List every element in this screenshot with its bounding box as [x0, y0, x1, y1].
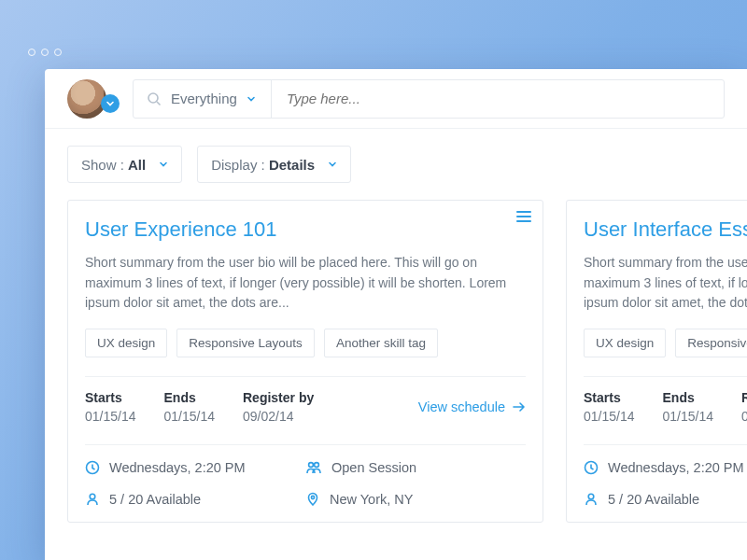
skill-tag[interactable]: UX design	[584, 329, 666, 357]
course-summary: Short summary from the user bio will be …	[584, 253, 747, 314]
schedule-text: Wednesdays, 2:20 PM	[109, 460, 246, 475]
ends-label: Ends	[663, 390, 714, 405]
tags-row: UX design Responsive Layouts Another ski…	[85, 329, 526, 357]
group-icon	[305, 460, 322, 475]
avatar	[67, 79, 106, 119]
chevron-down-icon	[101, 94, 120, 113]
divider	[85, 444, 526, 445]
starts-value: 01/15/14	[584, 409, 635, 424]
chevron-down-icon	[328, 160, 337, 169]
search-scope-select[interactable]: Everything	[134, 80, 272, 118]
pin-icon	[305, 492, 320, 507]
svg-point-0	[148, 93, 158, 103]
ends-value: 01/15/14	[164, 409, 216, 424]
ends-value: 01/15/14	[663, 409, 714, 424]
starts-label: Starts	[85, 390, 136, 405]
register-label: Reg	[741, 390, 747, 405]
course-card: User Interface Esse Short summary from t…	[566, 200, 747, 523]
course-title[interactable]: User Experience 101	[85, 217, 526, 242]
schedule-meta: Wednesdays, 2:20 PM	[584, 460, 747, 475]
user-menu[interactable]	[67, 79, 106, 119]
show-filter-label: Show :	[81, 157, 128, 173]
search-bar: Everything	[133, 79, 725, 119]
divider	[584, 376, 747, 377]
ends-label: Ends	[164, 390, 216, 405]
location-text: New York, NY	[330, 492, 413, 507]
session-meta: Open Session	[305, 460, 526, 475]
starts-label: Starts	[584, 390, 635, 405]
display-filter-label: Display :	[211, 157, 269, 173]
register-label: Register by	[243, 390, 314, 405]
chevron-down-icon	[247, 94, 256, 104]
svg-point-7	[588, 494, 594, 499]
topbar: Everything	[45, 69, 747, 129]
availability-meta: 5 / 20 Available	[584, 492, 747, 507]
clock-icon	[85, 460, 100, 475]
arrow-right-icon	[513, 402, 526, 412]
dates: Starts 01/15/14 Ends 01/15/14 Register b…	[85, 390, 314, 424]
skill-tag[interactable]: Another skill tag	[324, 329, 438, 357]
svg-point-2	[309, 463, 314, 468]
show-filter[interactable]: Show : All	[67, 146, 182, 183]
cards-row: User Experience 101 Short summary from t…	[45, 183, 747, 523]
course-card: User Experience 101 Short summary from t…	[67, 200, 543, 523]
course-title[interactable]: User Interface Esse	[584, 217, 747, 242]
user-icon	[85, 492, 100, 507]
course-summary: Short summary from the user bio will be …	[85, 253, 526, 314]
schedule-meta: Wednesdays, 2:20 PM	[85, 460, 305, 475]
svg-point-5	[311, 496, 314, 498]
divider	[85, 376, 526, 377]
location-meta: New York, NY	[305, 492, 526, 507]
window-controls	[28, 49, 62, 56]
register-value: 09/02/14	[243, 409, 314, 424]
starts-value: 01/15/14	[85, 409, 136, 424]
svg-point-3	[315, 463, 319, 468]
clock-icon	[584, 460, 599, 475]
app-window: Everything Show : All Display : Details	[45, 69, 747, 560]
svg-point-4	[90, 494, 95, 499]
session-text: Open Session	[331, 460, 416, 475]
view-schedule-link[interactable]: View schedule	[418, 399, 526, 414]
show-filter-value: All	[128, 157, 146, 173]
divider	[584, 444, 747, 445]
user-icon	[584, 492, 599, 507]
view-schedule-label: View schedule	[418, 399, 505, 414]
availability-text: 5 / 20 Available	[109, 492, 201, 507]
register-value: 09/0	[741, 409, 747, 424]
display-filter-value: Details	[269, 157, 315, 173]
skill-tag[interactable]: UX design	[85, 329, 167, 357]
skill-tag[interactable]: Responsive	[675, 329, 747, 357]
chevron-down-icon	[159, 160, 168, 169]
search-input[interactable]	[287, 91, 709, 106]
skill-tag[interactable]: Responsive Layouts	[176, 329, 315, 357]
search-icon	[147, 91, 162, 106]
tags-row: UX design Responsive	[584, 329, 747, 357]
display-filter[interactable]: Display : Details	[197, 146, 351, 183]
schedule-text: Wednesdays, 2:20 PM	[608, 460, 744, 475]
search-scope-label: Everything	[171, 91, 237, 106]
dates: Starts 01/15/14 Ends 01/15/14 Reg 09/0	[584, 390, 747, 424]
availability-text: 5 / 20 Available	[608, 492, 699, 507]
filters-row: Show : All Display : Details	[45, 129, 747, 183]
card-menu-icon[interactable]	[516, 210, 531, 223]
availability-meta: 5 / 20 Available	[85, 492, 305, 507]
